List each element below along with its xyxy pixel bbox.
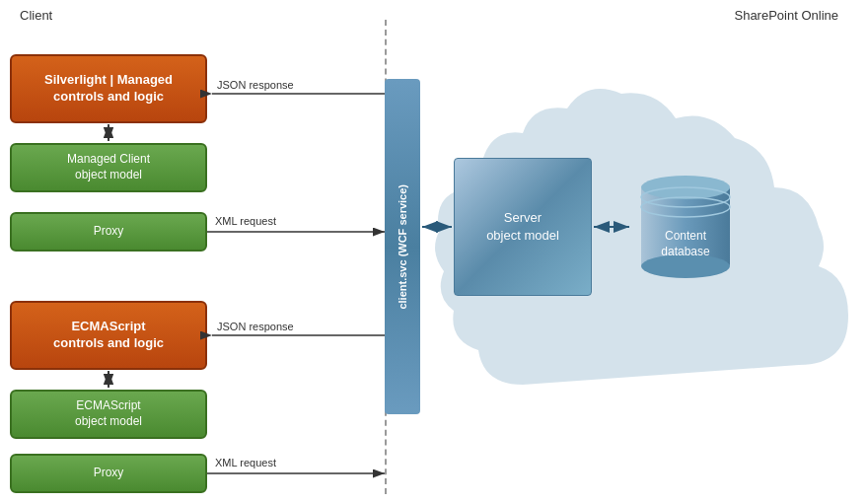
- json1-label: JSON response: [217, 79, 294, 91]
- json2-label: JSON response: [217, 321, 294, 332]
- sharepoint-label: SharePoint Online: [734, 8, 838, 23]
- content-db-container: Content database: [631, 163, 740, 291]
- svg-text:database: database: [661, 245, 710, 258]
- proxy1-box: Proxy: [10, 212, 207, 252]
- client-label: Client: [20, 8, 52, 23]
- proxy2-box: Proxy: [10, 454, 207, 493]
- wcf-bar: client.svc (WCF service): [385, 79, 420, 414]
- server-om-box: Server object model: [454, 158, 592, 296]
- ecmascript-om-box: ECMAScript object model: [10, 390, 207, 439]
- silverlight-box: Silverlight | Managed controls and logic: [10, 54, 207, 123]
- xml1-label: XML request: [215, 215, 276, 227]
- wcf-label: client.svc (WCF service): [397, 184, 408, 310]
- ecmascript-box: ECMAScript controls and logic: [10, 301, 207, 370]
- svg-text:Content: Content: [665, 229, 707, 243]
- managed-client-box: Managed Client object model: [10, 143, 207, 192]
- xml2-label: XML request: [215, 457, 276, 468]
- diagram: Client SharePoint Online client.svc (WCF…: [0, 0, 868, 504]
